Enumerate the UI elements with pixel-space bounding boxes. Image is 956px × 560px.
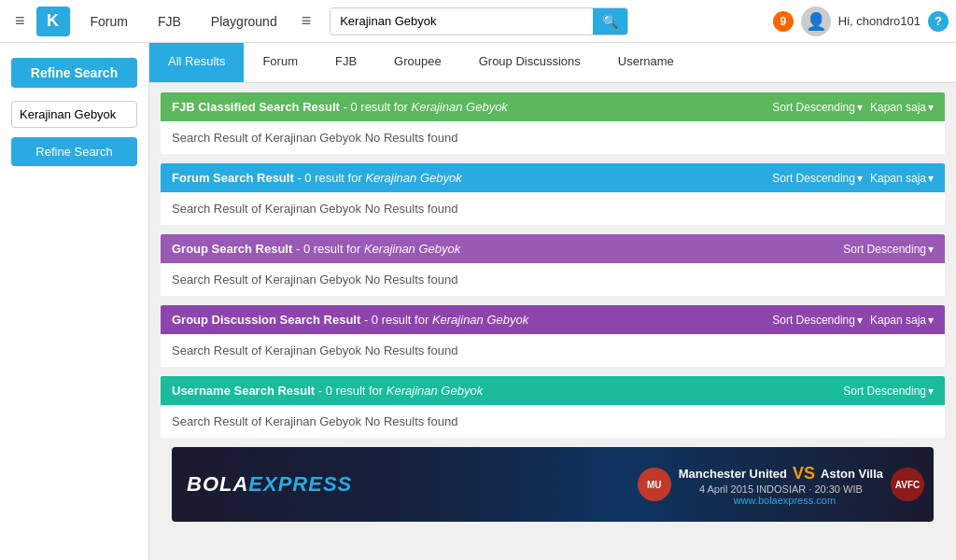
advertisement-banner[interactable]: BOLAEXPRESS MU Manchester United VS Asto… bbox=[172, 447, 934, 522]
banner-match-info: MU Manchester United VS Aston Villa 4 Ap… bbox=[638, 464, 934, 506]
fjb-kapan-saja[interactable]: Kapan saja ▾ bbox=[870, 101, 934, 114]
group-result-header: Group Search Result - 0 result for Keraj… bbox=[161, 234, 945, 263]
group-discussion-sort-dropdown[interactable]: Sort Descending ▾ bbox=[772, 314, 863, 327]
sidebar-search-input[interactable] bbox=[11, 101, 137, 128]
forum-kapan-saja[interactable]: Kapan saja ▾ bbox=[870, 172, 934, 185]
sidebar: Refine Search Refine Search bbox=[0, 43, 149, 560]
match-details: Manchester United VS Aston Villa 4 April… bbox=[679, 464, 883, 506]
group-sort-dropdown[interactable]: Sort Descending ▾ bbox=[843, 243, 934, 256]
username-query: Kerajinan Gebyok bbox=[387, 384, 483, 398]
team1-badge: MU bbox=[638, 468, 671, 501]
sidebar-title: Refine Search bbox=[11, 58, 137, 88]
forum-result-count: - 0 result for bbox=[297, 171, 361, 185]
group-result-body: Search Result of Kerajinan Gebyok No Res… bbox=[161, 263, 945, 296]
fjb-result-count: - 0 result for bbox=[344, 100, 408, 114]
group-discussion-result-title: Group Discussion Search Result bbox=[172, 313, 360, 327]
forum-query: Kerajinan Gebyok bbox=[365, 171, 461, 185]
username-header-right: Sort Descending ▾ bbox=[843, 385, 934, 398]
site-logo[interactable]: K bbox=[36, 7, 70, 36]
forum-result-title: Forum Search Result bbox=[172, 171, 294, 185]
forum-header-right: Sort Descending ▾ Kapan saja ▾ bbox=[772, 172, 934, 185]
top-navigation: ≡ K Forum FJB Playground ≡ 🔍 9 👤 Hi, cho… bbox=[0, 0, 956, 43]
group-discussion-query: Kerajinan Gebyok bbox=[432, 313, 528, 327]
group-result-title: Group Search Result bbox=[172, 242, 292, 256]
nav-playground[interactable]: Playground bbox=[198, 0, 290, 42]
tab-fjb[interactable]: FJB bbox=[316, 43, 375, 82]
search-button[interactable]: 🔍 bbox=[593, 8, 627, 35]
notification-badge[interactable]: 9 bbox=[773, 11, 794, 32]
hamburger-menu[interactable]: ≡ bbox=[7, 7, 33, 35]
username-result-section: Username Search Result - 0 result for Ke… bbox=[161, 376, 945, 438]
fjb-result-section: FJB Classified Search Result - 0 result … bbox=[161, 92, 945, 154]
forum-header-left: Forum Search Result - 0 result for Keraj… bbox=[172, 171, 462, 185]
results-container: FJB Classified Search Result - 0 result … bbox=[149, 83, 956, 540]
username-sort-dropdown[interactable]: Sort Descending ▾ bbox=[843, 385, 934, 398]
group-query: Kerajinan Gebyok bbox=[364, 242, 460, 256]
fjb-result-body: Search Result of Kerajinan Gebyok No Res… bbox=[161, 121, 945, 154]
search-input[interactable] bbox=[330, 8, 593, 34]
user-avatar[interactable]: 👤 bbox=[801, 7, 831, 36]
tab-all-results[interactable]: All Results bbox=[149, 43, 244, 82]
forum-result-body: Search Result of Kerajinan Gebyok No Res… bbox=[161, 192, 945, 225]
banner-logo: BOLAEXPRESS bbox=[172, 463, 367, 506]
group-result-count: - 0 result for bbox=[296, 242, 360, 256]
username-header-left: Username Search Result - 0 result for Ke… bbox=[172, 384, 483, 398]
search-bar: 🔍 bbox=[330, 7, 628, 35]
username-label[interactable]: Hi, chondro101 bbox=[838, 14, 921, 28]
fjb-header-right: Sort Descending ▾ Kapan saja ▾ bbox=[772, 101, 934, 114]
group-discussion-kapan-saja[interactable]: Kapan saja ▾ bbox=[870, 314, 934, 327]
fjb-sort-dropdown[interactable]: Sort Descending ▾ bbox=[772, 101, 863, 114]
group-discussion-result-header: Group Discussion Search Result - 0 resul… bbox=[161, 305, 945, 334]
match-teams: Manchester United VS Aston Villa bbox=[679, 464, 883, 483]
tab-username[interactable]: Username bbox=[599, 43, 693, 82]
match-time: 4 April 2015 INDOSIAR · 20:30 WIB bbox=[699, 483, 863, 495]
fjb-result-header: FJB Classified Search Result - 0 result … bbox=[161, 92, 945, 121]
fjb-query: Kerajinan Gebyok bbox=[412, 100, 508, 114]
fjb-header-left: FJB Classified Search Result - 0 result … bbox=[172, 100, 508, 114]
refine-search-button[interactable]: Refine Search bbox=[11, 137, 137, 166]
fjb-result-title: FJB Classified Search Result bbox=[172, 100, 340, 114]
tab-forum[interactable]: Forum bbox=[244, 43, 316, 82]
group-discussion-result-section: Group Discussion Search Result - 0 resul… bbox=[161, 305, 945, 367]
forum-result-header: Forum Search Result - 0 result for Keraj… bbox=[161, 163, 945, 192]
group-discussion-header-left: Group Discussion Search Result - 0 resul… bbox=[172, 313, 528, 327]
group-header-right: Sort Descending ▾ bbox=[843, 243, 934, 256]
nav-fjb[interactable]: FJB bbox=[145, 0, 194, 42]
content-area: All Results Forum FJB Groupee Group Disc… bbox=[149, 43, 956, 560]
group-result-section: Group Search Result - 0 result for Keraj… bbox=[161, 234, 945, 296]
nav-forum[interactable]: Forum bbox=[77, 0, 141, 42]
team2-badge: AVFC bbox=[891, 468, 924, 501]
group-discussion-header-right: Sort Descending ▾ Kapan saja ▾ bbox=[772, 314, 934, 327]
forum-sort-dropdown[interactable]: Sort Descending ▾ bbox=[772, 172, 863, 185]
tab-groupee[interactable]: Groupee bbox=[375, 43, 460, 82]
username-result-count: - 0 result for bbox=[318, 384, 383, 398]
forum-result-section: Forum Search Result - 0 result for Keraj… bbox=[161, 163, 945, 225]
main-layout: Refine Search Refine Search All Results … bbox=[0, 43, 956, 560]
group-discussion-result-body: Search Result of Kerajinan Gebyok No Res… bbox=[161, 334, 945, 367]
topnav-right-area: 9 👤 Hi, chondro101 ? bbox=[773, 7, 949, 36]
nav-more-icon[interactable]: ≡ bbox=[294, 7, 319, 35]
tabs-bar: All Results Forum FJB Groupee Group Disc… bbox=[149, 43, 956, 83]
username-result-header: Username Search Result - 0 result for Ke… bbox=[161, 376, 945, 405]
help-button[interactable]: ? bbox=[928, 11, 949, 32]
banner-url: www.bolaexpress.com bbox=[734, 495, 836, 506]
username-result-body: Search Result of Kerajinan Gebyok No Res… bbox=[161, 405, 945, 438]
group-discussion-result-count: - 0 result for bbox=[364, 313, 429, 327]
group-header-left: Group Search Result - 0 result for Keraj… bbox=[172, 242, 460, 256]
tab-group-discussions[interactable]: Group Discussions bbox=[460, 43, 599, 82]
username-result-title: Username Search Result bbox=[172, 384, 315, 398]
